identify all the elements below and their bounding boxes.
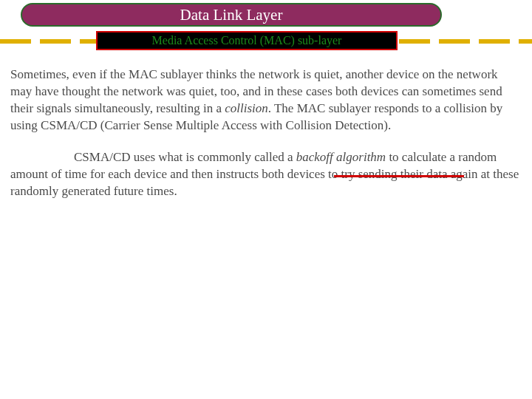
body-text: Sometimes, even if the MAC sublayer thin… (10, 66, 520, 215)
slide: Data Link Layer Media Access Control (MA… (0, 0, 532, 399)
slide-title: Data Link Layer (180, 6, 283, 24)
underline-backoff (334, 175, 464, 177)
title-box: Data Link Layer (21, 3, 442, 27)
paragraph-1: Sometimes, even if the MAC sublayer thin… (10, 66, 520, 134)
p2-text-a: CSMA/CD uses what is commonly called a (74, 150, 296, 164)
slide-subtitle: Media Access Control (MAC) sub-layer (152, 34, 342, 47)
p1-collision-word: collision (225, 101, 268, 115)
subtitle-box: Media Access Control (MAC) sub-layer (96, 31, 398, 50)
p2-backoff-word: backoff algorithm (296, 150, 386, 164)
